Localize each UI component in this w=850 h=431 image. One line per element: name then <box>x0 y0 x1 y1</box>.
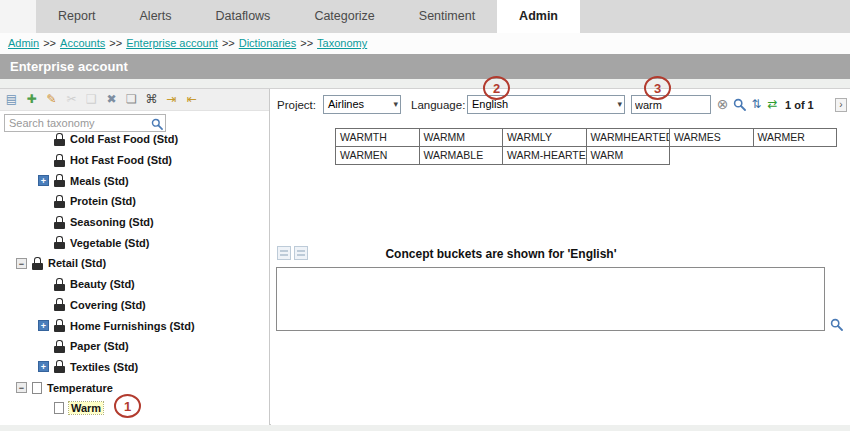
tree-minus-expander-icon[interactable]: − <box>16 258 27 269</box>
breadcrumb-separator: >> <box>43 37 56 49</box>
breadcrumb-link-taxonomy[interactable]: Taxonomy <box>317 37 367 49</box>
cut-icon: ✂ <box>63 91 80 108</box>
copy-icon[interactable]: ❏ <box>123 91 140 108</box>
grid-view-icon[interactable]: ▤ <box>3 91 20 108</box>
paste-icon: ❑ <box>83 91 100 108</box>
lock-icon <box>54 133 65 146</box>
breadcrumb: Admin>>Accounts>>Enterprise account>>Dic… <box>0 33 850 54</box>
lock-icon <box>32 257 43 270</box>
lock-icon <box>54 360 65 373</box>
lock-icon <box>54 278 65 291</box>
tree-item[interactable]: +Meals (Std) <box>0 170 269 191</box>
lock-icon <box>54 340 65 353</box>
tree-item-label: Paper (Std) <box>70 340 129 352</box>
search-icon[interactable] <box>732 97 747 112</box>
delete-icon[interactable]: ✖ <box>103 91 120 108</box>
lock-icon <box>54 216 65 229</box>
breadcrumb-link-admin[interactable]: Admin <box>8 37 39 49</box>
annotation-circle-2: 2 <box>483 76 510 100</box>
tree-item[interactable]: Hot Fast Food (Std) <box>0 150 269 171</box>
tree-item[interactable]: Covering (Std) <box>0 295 269 316</box>
tree-item[interactable]: Seasoning (Std) <box>0 212 269 233</box>
concept-copy-icon[interactable] <box>294 246 308 260</box>
tree-item[interactable]: +Textiles (Std) <box>0 357 269 378</box>
breadcrumb-separator: >> <box>300 37 313 49</box>
tree-plus-expander-icon[interactable]: + <box>38 361 49 372</box>
word-cell[interactable]: WARMABLE <box>419 146 504 165</box>
word-cell[interactable]: WARM-HEARTED <box>502 146 587 165</box>
breadcrumb-link-dictionaries[interactable]: Dictionaries <box>239 37 296 49</box>
word-row: WARMENWARMABLEWARM-HEARTEDWARM <box>335 146 837 165</box>
concept-save-icon[interactable] <box>277 246 291 260</box>
document-icon <box>54 402 64 414</box>
taxonomy-tree: Cold Fast Food (Std)Hot Fast Food (Std)+… <box>0 129 269 419</box>
breadcrumb-separator: >> <box>109 37 122 49</box>
term-search-input[interactable] <box>631 95 711 114</box>
document-icon <box>32 382 42 394</box>
word-cell[interactable]: WARMLY <box>502 128 587 147</box>
tree-item-label: Warm <box>69 402 103 414</box>
hierarchy-icon[interactable]: ⌘ <box>143 91 160 108</box>
tree-item[interactable]: Beauty (Std) <box>0 274 269 295</box>
taxonomy-panel: ▤✚✎✂❑✖❏⌘⇥⇤ Cold Fast Food (Std)Hot Fast … <box>0 89 270 425</box>
tab-alerts[interactable]: Alerts <box>118 0 194 33</box>
tree-item[interactable]: Cold Fast Food (Std) <box>0 129 269 150</box>
tab-report[interactable]: Report <box>36 0 118 33</box>
pager-next-icon[interactable]: › <box>835 98 847 112</box>
import-icon[interactable]: ⇥ <box>163 91 180 108</box>
word-cell[interactable]: WARM <box>586 146 671 165</box>
sort-icon[interactable]: ⇅ <box>749 97 764 112</box>
project-select[interactable]: Airlines ▾ <box>323 95 401 114</box>
word-cell[interactable]: WARMES <box>669 128 754 147</box>
breadcrumb-link-accounts[interactable]: Accounts <box>60 37 105 49</box>
concept-buckets-textarea[interactable] <box>276 267 825 331</box>
word-cell[interactable]: WARMEN <box>335 146 420 165</box>
word-cell[interactable]: WARMHEARTED <box>586 128 671 147</box>
lock-icon <box>54 236 65 249</box>
clear-search-icon[interactable]: ⊗ <box>715 97 730 112</box>
word-table: WARMTHWARMMWARMLYWARMHEARTEDWARMESWARMER… <box>335 128 837 165</box>
tree-item-label: Meals (Std) <box>70 175 129 187</box>
tree-item-label: Vegetable (Std) <box>70 237 149 249</box>
tab-categorize[interactable]: Categorize <box>292 0 396 33</box>
tree-item-label: Covering (Std) <box>70 299 146 311</box>
lock-icon <box>54 319 65 332</box>
project-select-value: Airlines <box>328 98 364 110</box>
tree-item[interactable]: −Retail (Std) <box>0 253 269 274</box>
tree-minus-expander-icon[interactable]: − <box>16 382 27 393</box>
concept-search-icon[interactable] <box>830 317 846 333</box>
word-cell[interactable]: WARMM <box>419 128 504 147</box>
language-label: Language: <box>411 95 465 115</box>
export-icon[interactable]: ⇤ <box>183 91 200 108</box>
tree-item-label: Temperature <box>47 382 113 394</box>
tab-sentiment[interactable]: Sentiment <box>397 0 497 33</box>
tree-item-label: Beauty (Std) <box>70 278 135 290</box>
tree-item[interactable]: Vegetable (Std) <box>0 232 269 253</box>
pager-count: 1 of 1 <box>785 95 814 115</box>
tree-item[interactable]: +Home Furnishings (Std) <box>0 315 269 336</box>
edit-category-icon[interactable]: ✎ <box>43 91 60 108</box>
tab-bar-spacer <box>0 0 36 33</box>
tab-dataflows[interactable]: Dataflows <box>193 0 292 33</box>
concept-row: Concept buckets are shown for 'English' <box>271 245 850 261</box>
tree-plus-expander-icon[interactable]: + <box>38 320 49 331</box>
tree-plus-expander-icon[interactable]: + <box>38 175 49 186</box>
tree-item[interactable]: Protein (Std) <box>0 191 269 212</box>
main-content: ▤✚✎✂❑✖❏⌘⇥⇤ Cold Fast Food (Std)Hot Fast … <box>0 88 850 425</box>
add-category-icon[interactable]: ✚ <box>23 91 40 108</box>
page: { "tabs": [ {"label": "Report", "active"… <box>0 0 850 431</box>
breadcrumb-link-enterprise-account[interactable]: Enterprise account <box>126 37 218 49</box>
dropdown-arrow-icon: ▾ <box>617 96 622 113</box>
tab-admin[interactable]: Admin <box>497 0 580 33</box>
word-cell[interactable]: WARMER <box>753 128 838 147</box>
tree-item[interactable]: Paper (Std) <box>0 336 269 357</box>
tree-item-label: Textiles (Std) <box>70 361 138 373</box>
transfer-language-icon[interactable]: ⇄ <box>765 97 780 112</box>
dropdown-arrow-icon: ▾ <box>393 96 398 113</box>
tree-item-label: Cold Fast Food (Std) <box>70 133 178 145</box>
project-label: Project: <box>277 95 316 115</box>
word-cell[interactable]: WARMTH <box>335 128 420 147</box>
tree-toolbar: ▤✚✎✂❑✖❏⌘⇥⇤ <box>0 89 269 111</box>
lock-icon <box>54 174 65 187</box>
annotation-circle-3: 3 <box>644 76 671 100</box>
